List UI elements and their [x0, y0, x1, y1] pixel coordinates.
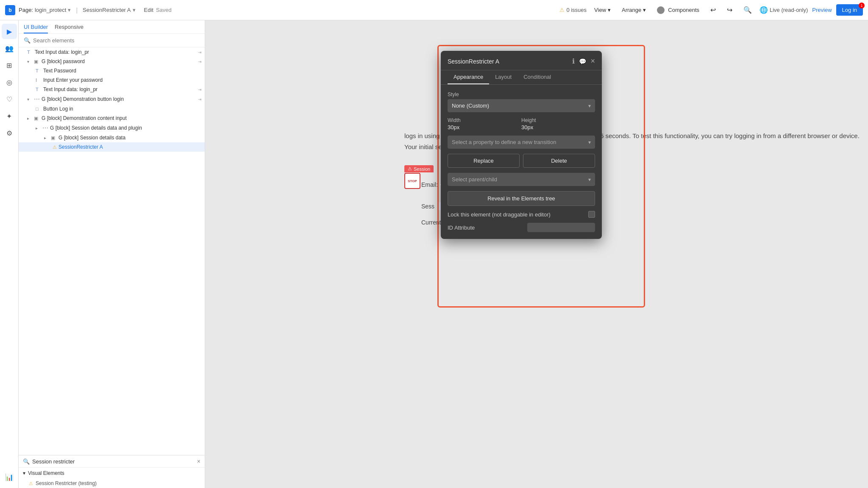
group-icon: ▣	[34, 116, 40, 121]
settings-icon[interactable]: ⚙	[2, 125, 17, 141]
search-input[interactable]	[33, 37, 200, 44]
input-icon: I	[36, 78, 42, 83]
id-input[interactable]	[527, 223, 595, 232]
tree-item[interactable]: I Input Enter your password	[19, 75, 205, 85]
session-label: Sess	[421, 203, 434, 210]
topbar-actions: Edit Saved	[144, 7, 172, 13]
page-breadcrumb: Page: login_protect ▾	[19, 7, 71, 13]
styles-icon[interactable]: ✦	[2, 108, 17, 124]
session-stop-element: STOP	[404, 173, 420, 189]
search-btn[interactable]: 🔍	[740, 4, 755, 16]
tree-item[interactable]: T Text Password	[19, 66, 205, 75]
login-btn[interactable]: Log in 1	[836, 4, 863, 16]
item-label: Input Enter your password	[43, 77, 103, 83]
tree-item[interactable]: ▸ ▣ G [block] Session details data	[19, 133, 205, 142]
canvas[interactable]: logs in using the same credentials, thei…	[205, 20, 868, 488]
item-label: G [block] password	[42, 58, 85, 64]
chevron-down-icon: ▾	[588, 103, 591, 109]
delete-btn[interactable]: Delete	[523, 154, 595, 168]
view-chevron: ▾	[608, 7, 611, 13]
element-tree: T Text Input data: login_pr ⇥ ▾ ▣ G [blo…	[19, 47, 205, 455]
transition-placeholder: Select a property to define a new transi…	[452, 139, 556, 145]
component-dropdown[interactable]: ▾	[133, 7, 136, 13]
modal-header: SessionRestricter A ℹ 💬 ×	[441, 51, 602, 70]
parent-child-select[interactable]: Select parent/child ▾	[448, 173, 595, 186]
pin-icon: ⇥	[198, 97, 201, 102]
style-select[interactable]: None (Custom) ▾	[448, 99, 595, 112]
modal-panel: SessionRestricter A ℹ 💬 × Appearance Lay…	[441, 51, 602, 239]
group-dashed-icon: ⋯	[34, 96, 40, 103]
tree-item[interactable]: ▸ ▣ G [block] Demonstration content inpu…	[19, 114, 205, 123]
info-icon[interactable]: ℹ	[572, 57, 575, 65]
tree-item[interactable]: ▸ ⋯ G [block] Session details data and p…	[19, 123, 205, 133]
tree-item-selected[interactable]: ⚠ SessionRestricter A	[19, 142, 205, 152]
tree-item[interactable]: ▾ ⋯ G [block] Demonstration button login…	[19, 94, 205, 104]
item-label: Text Input data: login_pr	[43, 86, 97, 92]
tab-responsive[interactable]: Responsive	[55, 24, 83, 33]
expand-icon[interactable]: ▸	[44, 136, 49, 140]
dimensions-section: Width 30px Height 30px	[448, 117, 595, 130]
width-group: Width 30px	[448, 117, 521, 130]
expand-icon[interactable]: ▾	[27, 59, 32, 64]
workflows-icon[interactable]: ◎	[2, 75, 17, 90]
expand-icon[interactable]: ▸	[36, 126, 41, 130]
ui-builder-icon[interactable]: ▶	[2, 24, 17, 39]
close-btn[interactable]: ×	[590, 57, 595, 66]
users-icon[interactable]: 👥	[2, 41, 17, 56]
group-icon: ▣	[51, 135, 57, 141]
comment-icon[interactable]: 💬	[579, 58, 586, 65]
action-buttons: Replace Delete	[448, 154, 595, 168]
close-search-btn[interactable]: ×	[197, 458, 200, 465]
width-value[interactable]: 30px	[448, 124, 521, 130]
visual-elements-section[interactable]: ▾ Visual Elements	[19, 468, 205, 479]
issues-badge[interactable]: ⚠ 0 issues	[559, 7, 587, 13]
components-btn[interactable]: Components	[654, 5, 703, 16]
data-icon[interactable]: ♡	[2, 92, 17, 107]
session-a-badge: ⚠ Session	[404, 165, 434, 172]
tree-item[interactable]: T Text Input data: login_pr ⇥	[19, 47, 205, 57]
height-group: Height 30px	[521, 117, 595, 130]
id-attribute-row: ID Attribute	[448, 223, 595, 232]
warning-icon: ⚠	[29, 481, 33, 486]
height-value[interactable]: 30px	[521, 124, 595, 130]
warning-triangle-icon: ⚠	[53, 144, 57, 150]
expand-icon[interactable]: ▸	[27, 116, 32, 121]
page-dropdown[interactable]: ▾	[68, 7, 71, 13]
tree-item[interactable]: ▾ ▣ G [block] password ⇥	[19, 57, 205, 66]
item-label: Text Password	[43, 68, 76, 74]
plugin-item[interactable]: ⚠ Session Restricter (testing)	[19, 479, 205, 488]
plugin-search-input[interactable]	[32, 458, 195, 465]
arrange-chevron: ▾	[643, 7, 646, 13]
redo-btn[interactable]: ↪	[723, 4, 736, 16]
stop-icon: STOP	[404, 173, 420, 189]
undo-btn[interactable]: ↩	[707, 4, 719, 16]
width-label: Width	[448, 117, 521, 123]
reveal-btn[interactable]: Reveal in the Elements tree	[448, 191, 595, 206]
logs-icon[interactable]: 📊	[2, 469, 17, 485]
page-name[interactable]: login_protect	[35, 7, 66, 13]
edit-btn[interactable]: Edit	[144, 7, 153, 13]
issues-count: 0 issues	[566, 7, 587, 13]
tab-ui-builder[interactable]: UI Builder	[24, 24, 48, 33]
button-icon: □	[36, 106, 42, 111]
search-icon: 🔍	[23, 458, 30, 465]
arrange-btn[interactable]: Arrange ▾	[618, 5, 649, 15]
plugins-icon[interactable]: ⊞	[2, 58, 17, 73]
tree-item[interactable]: T Text Input data: login_pr ⇥	[19, 85, 205, 94]
group-icon: ▣	[34, 59, 40, 64]
view-btn[interactable]: View ▾	[591, 5, 614, 15]
component-name[interactable]: SessionRestricter A	[83, 7, 131, 13]
group-dashed-icon: ⋯	[42, 125, 48, 131]
tree-item[interactable]: □ Button Log in	[19, 104, 205, 114]
tab-layout[interactable]: Layout	[489, 70, 517, 84]
style-value: None (Custom)	[452, 103, 489, 109]
tab-appearance[interactable]: Appearance	[448, 70, 489, 84]
replace-btn[interactable]: Replace	[448, 154, 520, 168]
transition-select[interactable]: Select a property to define a new transi…	[448, 136, 595, 149]
lock-checkbox[interactable]	[588, 211, 595, 218]
page-label: Page:	[19, 7, 33, 13]
chevron-down-icon: ▾	[588, 177, 591, 183]
preview-btn[interactable]: Preview	[812, 7, 832, 13]
tab-conditional[interactable]: Conditional	[517, 70, 557, 84]
expand-icon[interactable]: ▾	[27, 97, 32, 102]
